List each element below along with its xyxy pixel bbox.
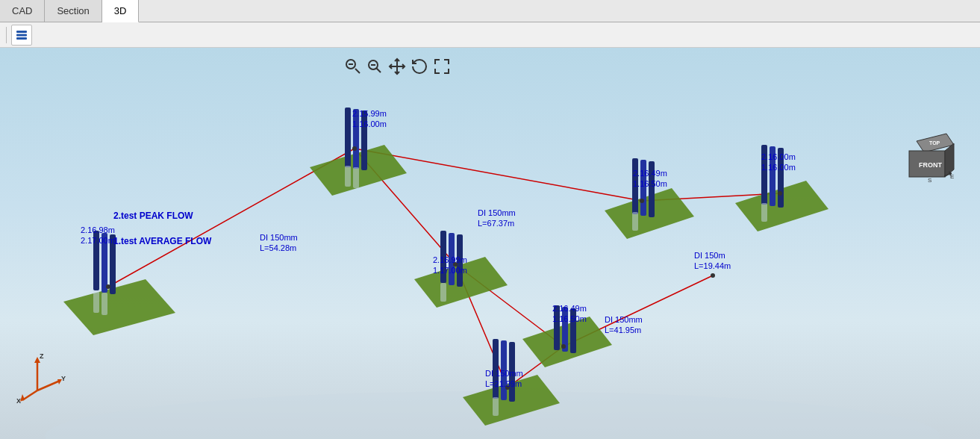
svg-line-79 <box>22 390 37 400</box>
pan-icon[interactable] <box>388 57 406 78</box>
toolbar-divider <box>6 27 7 43</box>
svg-rect-31 <box>457 234 463 287</box>
svg-point-48 <box>352 146 357 151</box>
svg-line-76 <box>37 381 60 390</box>
svg-rect-30 <box>449 233 455 285</box>
svg-point-53 <box>778 191 782 196</box>
svg-rect-45 <box>770 146 775 206</box>
scene-svg <box>0 48 980 439</box>
fit-icon[interactable] <box>433 57 451 78</box>
svg-rect-37 <box>554 305 560 350</box>
orientation-cube[interactable]: TOP FRONT S E <box>905 122 958 175</box>
zoom-in-icon[interactable] <box>343 57 361 78</box>
svg-point-52 <box>640 199 644 203</box>
layers-button[interactable] <box>11 25 32 46</box>
svg-rect-0 <box>16 31 27 33</box>
svg-rect-34 <box>501 340 507 400</box>
svg-rect-19 <box>93 231 99 290</box>
svg-rect-42 <box>649 161 655 217</box>
svg-rect-26 <box>361 110 367 170</box>
svg-rect-43 <box>632 212 638 231</box>
svg-rect-27 <box>345 166 351 187</box>
svg-text:Y: Y <box>61 375 66 382</box>
svg-rect-32 <box>440 283 446 302</box>
svg-point-54 <box>106 284 110 289</box>
svg-rect-23 <box>102 293 107 315</box>
svg-rect-33 <box>493 339 499 399</box>
svg-text:X: X <box>16 397 21 405</box>
svg-rect-47 <box>761 203 767 222</box>
svg-point-55 <box>711 273 715 278</box>
svg-rect-28 <box>353 167 359 188</box>
svg-rect-29 <box>440 231 446 283</box>
tab-cad[interactable]: CAD <box>0 0 45 22</box>
svg-rect-20 <box>102 233 107 293</box>
svg-rect-35 <box>509 342 515 402</box>
tab-bar: CAD Section 3D <box>0 0 980 22</box>
svg-point-51 <box>561 344 566 349</box>
svg-line-61 <box>376 68 381 72</box>
layers-icon <box>15 28 28 42</box>
zoom-out-icon[interactable] <box>366 57 384 78</box>
svg-text:FRONT: FRONT <box>919 161 942 169</box>
svg-point-49 <box>453 262 458 267</box>
svg-rect-22 <box>93 290 99 313</box>
svg-rect-40 <box>632 158 638 214</box>
toolbar <box>0 22 980 48</box>
svg-rect-24 <box>345 108 351 167</box>
svg-text:S: S <box>928 177 931 184</box>
svg-text:Z: Z <box>40 352 44 360</box>
svg-rect-1 <box>16 34 27 36</box>
svg-rect-36 <box>493 397 499 416</box>
svg-line-58 <box>355 69 360 73</box>
rotate-icon[interactable] <box>411 57 428 78</box>
svg-rect-2 <box>16 37 27 40</box>
tab-section[interactable]: Section <box>45 0 102 22</box>
viewport-toolbar <box>343 57 451 78</box>
tab-3d[interactable]: 3D <box>102 0 140 22</box>
svg-rect-21 <box>110 234 116 294</box>
svg-rect-46 <box>778 148 784 208</box>
viewport-3d[interactable]: 2.15.99m 1.16.00m 2.16.98m 2.17.00m 2.te… <box>0 48 980 439</box>
svg-rect-39 <box>570 308 576 353</box>
axis-indicator: Z Y X <box>15 349 67 402</box>
svg-point-50 <box>505 385 510 390</box>
svg-rect-44 <box>761 145 767 205</box>
svg-text:TOP: TOP <box>929 140 940 146</box>
svg-rect-41 <box>640 160 646 216</box>
svg-rect-25 <box>353 109 359 169</box>
svg-marker-12 <box>63 279 175 335</box>
